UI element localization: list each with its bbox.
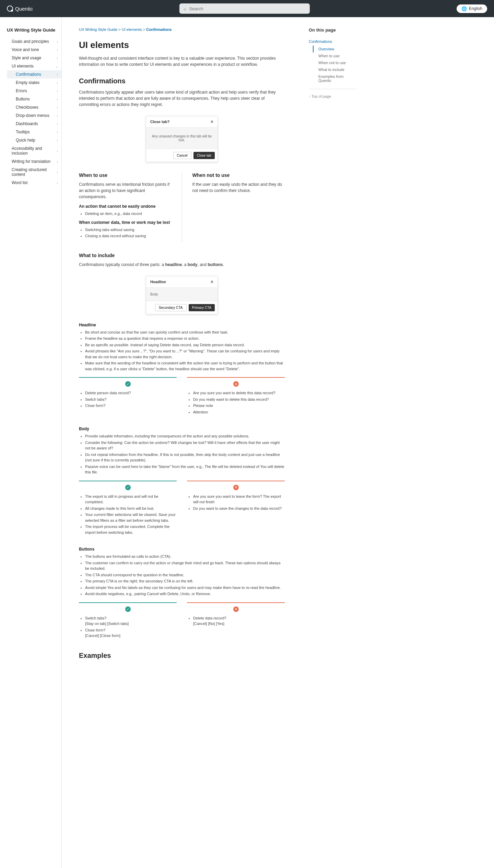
nav-item[interactable]: Goals and principles› <box>7 37 61 46</box>
do-box: ✓ The export is still in progress and wi… <box>79 481 177 539</box>
nav-item[interactable]: UI elements⌄ <box>7 62 61 70</box>
list-item: Close form?[Cancel] [Close form] <box>85 627 177 639</box>
list-item: The buttons are formulated as calls to a… <box>85 554 285 559</box>
toc-title: On this page <box>309 27 357 33</box>
search-box[interactable]: ⌕ <box>179 3 310 14</box>
chevron-right-icon: › <box>57 48 58 52</box>
body-section-title: Body <box>79 426 285 431</box>
dont-box: ✕ Are you sure you want to leave the for… <box>187 481 285 539</box>
dialog-title: Close tab? <box>150 120 169 124</box>
breadcrumb-2[interactable]: UI elements <box>122 27 142 32</box>
language-button[interactable]: 🌐 English <box>457 4 487 13</box>
list-item: Your current filter selections will be c… <box>85 512 177 523</box>
list-item: Switch tabs? <box>85 397 177 402</box>
close-icon[interactable]: × <box>211 119 213 124</box>
list-item: Closing a data record without saving <box>85 233 172 239</box>
list-item: Be as specific as possible. Instead of s… <box>85 342 285 348</box>
nav-item[interactable]: Buttons› <box>7 95 61 103</box>
chevron-down-icon: ⌄ <box>55 64 58 68</box>
logo-icon <box>7 5 13 12</box>
sidebar: UX Writing Style Guide Goals and princip… <box>0 17 62 868</box>
chevron-right-icon: › <box>57 114 58 118</box>
list-item: Delete data record?[Cancel] [No] [Yes] <box>193 615 285 627</box>
list-item: Are you sure you want to leave the form?… <box>193 494 285 505</box>
list-item: Passive voice can be used here to take t… <box>85 464 285 475</box>
toc-section[interactable]: Confirmations <box>309 38 357 45</box>
chevron-right-icon: › <box>57 130 58 134</box>
chevron-right-icon: › <box>57 181 58 185</box>
close-tab-button[interactable]: Close tab <box>193 152 215 159</box>
chevron-right-icon: › <box>57 170 58 174</box>
when-to-use-text: Confirmations serve as intentional frict… <box>79 181 172 200</box>
close-icon[interactable]: × <box>211 279 213 285</box>
list-item: Consider the following: Can the action b… <box>85 440 285 451</box>
when-not-text: If the user can easily undo the action a… <box>192 181 285 194</box>
toc-link[interactable]: What to include <box>314 66 357 73</box>
list-item: Switch tabs?[Stay on tab] [Switch tabs] <box>85 615 177 627</box>
list-item: Switching tabs without saving <box>85 227 172 233</box>
nav-item[interactable]: Confirmations› <box>7 70 61 79</box>
check-icon: ✓ <box>125 485 131 490</box>
chevron-right-icon: › <box>57 160 58 164</box>
x-icon: ✕ <box>233 381 239 387</box>
search-input[interactable] <box>189 6 306 11</box>
chevron-right-icon: › <box>57 149 58 153</box>
chevron-right-icon: › <box>57 81 58 85</box>
main-content: UX Writing Style Guide>UI elements>Confi… <box>62 17 302 868</box>
dialog-example-2: Headline × Body Secondary CTA Primary CT… <box>146 276 218 314</box>
list-item: Frame the headline as a question that re… <box>85 336 285 341</box>
nav-item[interactable]: Accessibility and inclusion› <box>7 144 61 157</box>
toc-link[interactable]: When to use <box>314 52 357 59</box>
list-item: Be short and concise so that the user ca… <box>85 329 285 335</box>
do-box: ✓ Switch tabs?[Stay on tab] [Switch tabs… <box>79 602 177 642</box>
nav-item[interactable]: Word list› <box>7 179 61 187</box>
nav-item[interactable]: Errors› <box>7 87 61 95</box>
examples-title: Examples <box>79 652 285 660</box>
nav-item[interactable]: Drop-down menus› <box>7 111 61 120</box>
x-icon: ✕ <box>233 485 239 490</box>
toc-link[interactable]: Examples from Quentic <box>314 73 357 84</box>
list-item: The CTA should correspond to the questio… <box>85 572 285 578</box>
list-item: The import process will be canceled. Com… <box>85 524 177 535</box>
nav-item[interactable]: Empty states› <box>7 79 61 87</box>
chevron-right-icon: › <box>57 40 58 44</box>
chevron-right-icon: › <box>57 97 58 101</box>
logo[interactable]: Quentic <box>7 5 33 12</box>
list-item: Avoid simple Yes and No labels as they c… <box>85 585 285 591</box>
dialog-example-1: Close tab? × Any unsaved changes in this… <box>146 116 218 162</box>
nav-item[interactable]: Writing for translation› <box>7 157 61 166</box>
list-item: Do you really want to delete this data r… <box>193 397 285 402</box>
nav-item[interactable]: Creating structured content› <box>7 166 61 179</box>
nav-item[interactable]: Style and usage› <box>7 54 61 62</box>
top-of-page-link[interactable]: Top of page <box>309 94 331 98</box>
cancel-button[interactable]: Cancel <box>173 152 191 159</box>
sidebar-title: UX Writing Style Guide <box>7 27 61 33</box>
dialog-body: Body <box>146 288 217 301</box>
nav-item[interactable]: Voice and tone› <box>7 46 61 54</box>
primary-cta-button[interactable]: Primary CTA <box>189 304 215 311</box>
breadcrumb-1[interactable]: UX Writing Style Guide <box>79 27 117 32</box>
toc-link[interactable]: Overview <box>313 46 357 52</box>
list-item: The primary CTA is on the right; the sec… <box>85 578 285 584</box>
table-of-contents: On this page Confirmations OverviewWhen … <box>302 17 364 868</box>
search-icon: ⌕ <box>184 6 186 11</box>
secondary-cta-button[interactable]: Secondary CTA <box>155 304 187 311</box>
dont-box: ✕ Are you sure you want to delete this d… <box>187 377 285 418</box>
nav-item[interactable]: Quick help› <box>7 136 61 144</box>
nav-item[interactable]: Checkboxes› <box>7 103 61 111</box>
chevron-right-icon: › <box>57 122 58 126</box>
what-include-text: Confirmations typically consist of three… <box>79 262 285 268</box>
nav-item[interactable]: Dashboards› <box>7 120 61 128</box>
list-item: Do you want to save the changes to the d… <box>193 506 285 511</box>
toc-link[interactable]: When not to use <box>314 59 357 66</box>
nav-item[interactable]: Tooltips› <box>7 128 61 136</box>
language-label: English <box>469 6 482 11</box>
confirmations-intro: Confirmations typically appear after use… <box>79 89 285 108</box>
brand-name: Quentic <box>15 6 33 12</box>
what-include-title: What to include <box>79 253 285 258</box>
list-item: Attention <box>193 409 285 415</box>
cannot-undo-title: An action that cannot be easily undone <box>79 204 172 209</box>
list-item: The customer can confirm to carry out th… <box>85 560 285 571</box>
chevron-right-icon: › <box>57 89 58 93</box>
intro-text: Well-thought-out and consistent interfac… <box>79 55 285 68</box>
